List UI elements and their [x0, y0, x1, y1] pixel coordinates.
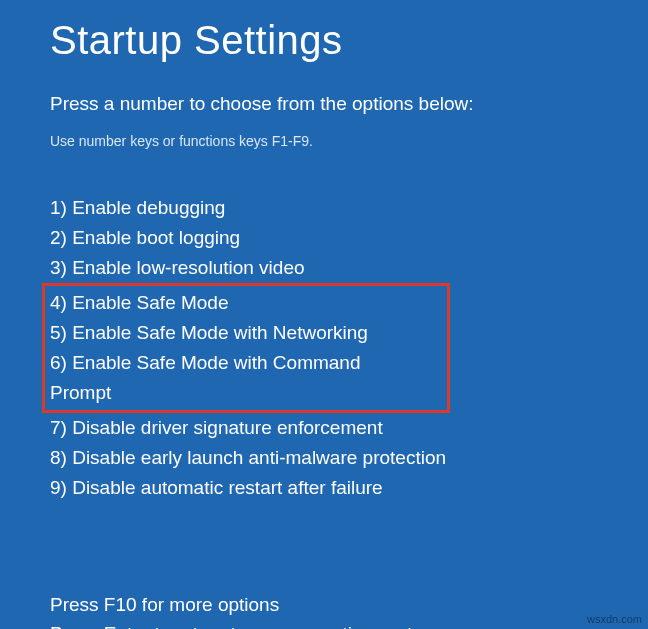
- option-2-boot-logging[interactable]: 2) Enable boot logging: [50, 223, 598, 253]
- footer-return: Press Enter to return to your operating …: [50, 620, 598, 629]
- option-3-low-res-video[interactable]: 3) Enable low-resolution video: [50, 253, 598, 283]
- instruction-text: Press a number to choose from the option…: [50, 93, 598, 115]
- footer-more-options: Press F10 for more options: [50, 591, 598, 620]
- option-9-auto-restart[interactable]: 9) Disable automatic restart after failu…: [50, 473, 598, 503]
- option-1-debugging[interactable]: 1) Enable debugging: [50, 193, 598, 223]
- safe-mode-highlight-box: 4) Enable Safe Mode 5) Enable Safe Mode …: [42, 283, 450, 413]
- option-5-safe-mode-networking[interactable]: 5) Enable Safe Mode with Networking: [50, 318, 399, 348]
- option-6-safe-mode-cmd[interactable]: 6) Enable Safe Mode with Command Prompt: [50, 348, 399, 408]
- page-title: Startup Settings: [50, 18, 598, 63]
- key-hint: Use number keys or functions keys F1-F9.: [50, 133, 598, 149]
- option-8-anti-malware[interactable]: 8) Disable early launch anti-malware pro…: [50, 443, 598, 473]
- option-7-driver-signature[interactable]: 7) Disable driver signature enforcement: [50, 413, 598, 443]
- options-list: 1) Enable debugging 2) Enable boot loggi…: [50, 193, 598, 503]
- option-4-safe-mode[interactable]: 4) Enable Safe Mode: [50, 288, 399, 318]
- watermark: wsxdn.com: [587, 613, 642, 625]
